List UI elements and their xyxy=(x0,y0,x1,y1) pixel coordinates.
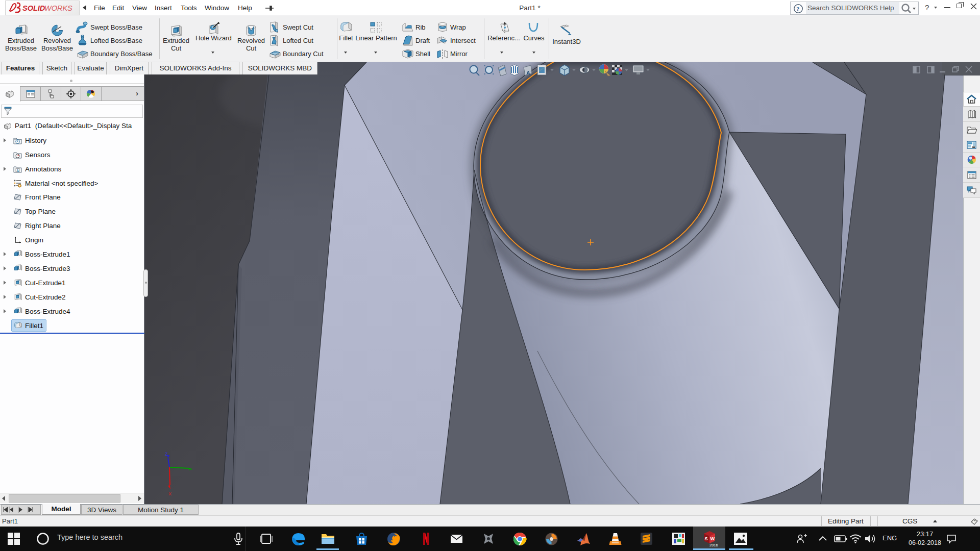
svg-text:?: ? xyxy=(796,6,799,13)
svg-text:A: A xyxy=(16,169,19,172)
svg-text:X: X xyxy=(168,491,172,496)
svg-text:W: W xyxy=(710,536,715,541)
svg-text:Z: Z xyxy=(165,452,168,457)
svg-text:S: S xyxy=(705,536,708,541)
svg-text:A: A xyxy=(526,70,530,76)
svg-text:2016: 2016 xyxy=(709,543,718,547)
svg-text:WORKS: WORKS xyxy=(44,4,72,12)
svg-text:SOLID: SOLID xyxy=(22,4,45,12)
